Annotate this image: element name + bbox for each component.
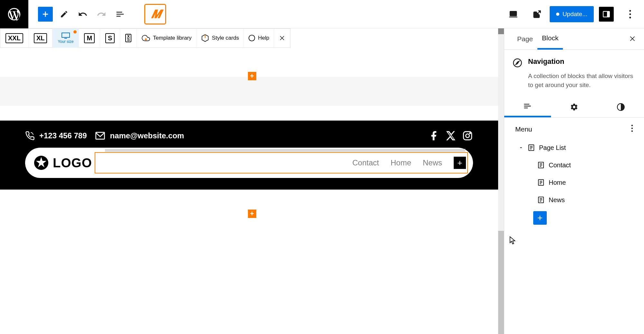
- modified-dot-icon: [73, 30, 77, 34]
- x-twitter-icon[interactable]: [445, 130, 456, 141]
- mail-icon: [95, 131, 105, 141]
- template-library-button[interactable]: Template library: [137, 28, 196, 48]
- scrollbar-thumb[interactable]: [498, 231, 504, 334]
- tree-page-home[interactable]: Home: [517, 174, 638, 191]
- menu-options-button[interactable]: [631, 125, 633, 134]
- view-page-button[interactable]: [530, 7, 545, 22]
- tab-block[interactable]: Block: [537, 28, 563, 50]
- nav-link-contact[interactable]: Contact: [352, 158, 379, 167]
- phone-item[interactable]: +123 456 789: [25, 131, 87, 141]
- tree-add-item-button[interactable]: +: [533, 211, 547, 225]
- maxi-blocks-button[interactable]: 𝙈: [144, 4, 166, 25]
- settings-sidebar-toggle[interactable]: [599, 7, 614, 22]
- redo-button[interactable]: [94, 7, 109, 22]
- options-button[interactable]: [623, 7, 638, 22]
- add-block-before-button[interactable]: +: [248, 72, 256, 80]
- subtab-settings[interactable]: [551, 96, 598, 117]
- logo-text: LOGO: [53, 156, 92, 170]
- svg-rect-2: [510, 11, 516, 16]
- close-icon: [279, 35, 285, 41]
- navigation-block-selected[interactable]: Contact Home News +: [95, 152, 468, 173]
- logo-area[interactable]: LOGO: [33, 155, 92, 171]
- cursor-icon: [509, 236, 516, 247]
- email-item[interactable]: name@website.com: [95, 131, 184, 141]
- list-view-icon: [523, 102, 532, 111]
- update-button[interactable]: Update...: [550, 6, 594, 22]
- undo-button[interactable]: [75, 7, 90, 22]
- editor-topbar: 𝙈 Update...: [0, 0, 644, 28]
- pointer-icon: [509, 236, 516, 245]
- help-button[interactable]: Help: [244, 28, 274, 48]
- subtab-styles[interactable]: [597, 96, 644, 117]
- page-list-icon: [527, 144, 535, 152]
- canvas-scrollbar-track[interactable]: [498, 28, 504, 334]
- wordpress-icon: [7, 7, 22, 22]
- facebook-icon[interactable]: [429, 130, 440, 141]
- kebab-icon: [629, 10, 631, 18]
- menu-header-row: Menu: [504, 118, 644, 137]
- undo-icon: [78, 9, 88, 19]
- nav-link-news[interactable]: News: [423, 158, 442, 167]
- add-block-after-button[interactable]: +: [248, 210, 256, 218]
- wordpress-logo[interactable]: [0, 0, 28, 28]
- svg-point-8: [629, 13, 631, 15]
- svg-point-7: [629, 10, 631, 12]
- monitor-icon: [61, 32, 70, 39]
- close-icon: [629, 35, 636, 42]
- phone-text: +123 456 789: [39, 131, 87, 140]
- close-sidebar-button[interactable]: [629, 34, 636, 44]
- size-s-button[interactable]: S: [100, 28, 120, 48]
- svg-point-26: [631, 128, 633, 129]
- tree-page-list[interactable]: Page List: [517, 139, 638, 156]
- tree-page-contact[interactable]: Contact: [517, 156, 638, 174]
- maxi-icon: 𝙈: [151, 7, 160, 21]
- svg-rect-6: [607, 11, 610, 17]
- document-overview-button[interactable]: [113, 7, 128, 22]
- social-group: [429, 130, 473, 141]
- svg-point-17: [466, 134, 469, 137]
- close-toolbar-button[interactable]: [274, 28, 290, 48]
- style-icon: [201, 34, 209, 42]
- responsive-toolbar: XXL XL Your size M S XS Template library…: [0, 28, 290, 48]
- svg-point-27: [631, 131, 633, 132]
- instagram-icon[interactable]: [462, 130, 473, 141]
- external-link-icon: [533, 10, 542, 19]
- add-block-button[interactable]: [38, 7, 53, 22]
- nav-link-home[interactable]: Home: [391, 158, 411, 167]
- tree-page-news[interactable]: News: [517, 191, 638, 209]
- page-icon: [537, 161, 545, 169]
- view-button[interactable]: [506, 7, 521, 22]
- style-cards-button[interactable]: Style cards: [196, 28, 244, 48]
- size-xl-button[interactable]: XL: [29, 28, 53, 48]
- settings-sidebar: Page Block Navigation A collection of bl…: [504, 28, 644, 334]
- plus-icon: [41, 10, 50, 19]
- svg-point-18: [469, 133, 470, 134]
- svg-point-25: [631, 125, 633, 126]
- list-icon: [115, 9, 125, 19]
- edit-tool-button[interactable]: [57, 7, 71, 22]
- logo-icon: [33, 155, 49, 171]
- laptop-icon: [508, 9, 518, 19]
- sidebar-tabs: Page Block: [504, 28, 644, 50]
- canvas-light-section: [0, 77, 498, 106]
- scroll-up-arrow[interactable]: [498, 28, 504, 34]
- menu-tree: Page List Contact Home News +: [504, 137, 644, 225]
- svg-point-9: [629, 16, 631, 18]
- block-title-row: Navigation: [504, 50, 644, 72]
- editor-canvas: + +123 456 789 name@website.com: [0, 28, 504, 334]
- nav-add-item-button[interactable]: +: [454, 157, 466, 169]
- size-xs-button[interactable]: XS: [120, 28, 137, 48]
- selection-handle[interactable]: [105, 149, 465, 152]
- page-icon: [537, 196, 545, 204]
- size-xxl-button[interactable]: XXL: [0, 28, 29, 48]
- block-description: A collection of blocks that allow visito…: [504, 72, 644, 89]
- size-l-button[interactable]: Your size: [52, 28, 79, 48]
- cloud-download-icon: [141, 34, 150, 42]
- svg-point-12: [249, 35, 255, 41]
- size-m-button[interactable]: M: [79, 28, 100, 48]
- block-title: Navigation: [528, 57, 564, 66]
- header-section[interactable]: +123 456 789 name@website.com LOGO Cont: [0, 121, 498, 190]
- subtab-list-view[interactable]: [504, 96, 551, 117]
- tab-page[interactable]: Page: [513, 28, 537, 50]
- svg-rect-10: [62, 33, 70, 37]
